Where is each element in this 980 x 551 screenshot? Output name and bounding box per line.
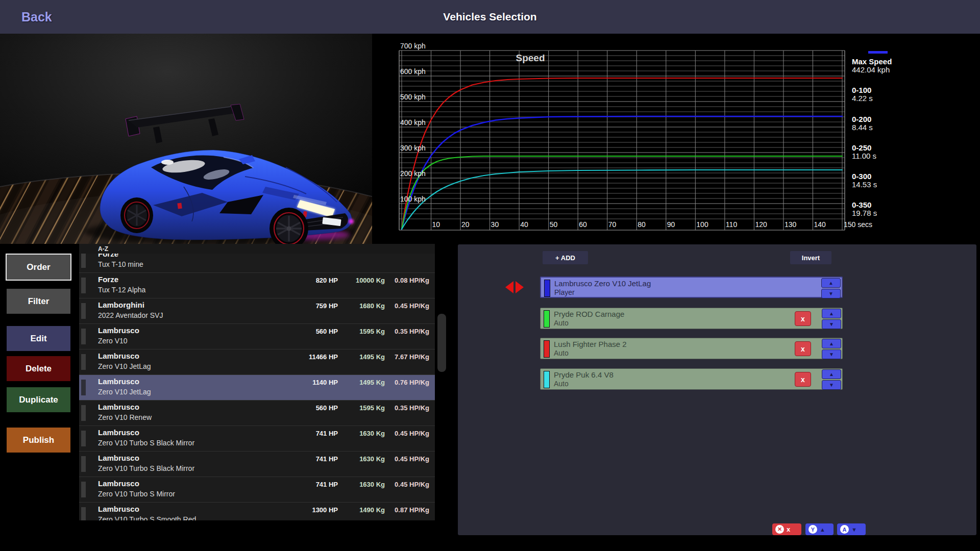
- vehicle-row[interactable]: LambruscoZero V10 JetLag11466 HP1495 Kg7…: [79, 349, 435, 374]
- vehicle-hp-per-kg: 0.45 HP/Kg: [395, 430, 429, 437]
- roster-entry[interactable]: Pryde Puk 6.4 V8Autox▲▼: [540, 368, 843, 390]
- roster-entry-driver: Auto: [554, 349, 569, 357]
- vehicle-row[interactable]: LambruscoZero V10 JetLag1140 HP1495 Kg0.…: [79, 374, 435, 400]
- action-button-edit[interactable]: Edit: [7, 326, 70, 351]
- indicator-left-arrow-icon: [505, 281, 513, 293]
- row-drag-handle: [81, 354, 86, 370]
- move-up-button[interactable]: ▲: [821, 278, 841, 288]
- svg-text:40: 40: [520, 220, 528, 229]
- vehicle-maker: Lambrusco: [98, 326, 139, 335]
- roster-entry[interactable]: Lambrusco Zero V10 JetLagPlayer▲▼: [540, 277, 843, 298]
- vehicle-hp: 560 HP: [316, 404, 338, 412]
- vehicle-model: Zero V10: [98, 337, 128, 345]
- reorder-arrows: ▲▼: [822, 309, 841, 329]
- vehicle-weight: 1490 Kg: [359, 506, 385, 514]
- vehicle-hp: 560 HP: [316, 328, 338, 335]
- vehicle-row[interactable]: ForzeTux T-10 mine: [79, 254, 435, 272]
- vehicle-maker: Lambrusco: [98, 403, 139, 411]
- race-roster-panel: + ADD Invert Lambrusco Zero V10 JetLagPl…: [458, 244, 976, 535]
- vehicle-hp: 759 HP: [316, 302, 338, 310]
- vehicle-model: Zero V10 Turbo S Mirror: [98, 490, 175, 498]
- svg-text:20: 20: [461, 220, 470, 229]
- vehicle-hp-per-kg: 0.35 HP/Kg: [395, 404, 429, 412]
- stat-label: 0-300: [852, 172, 871, 181]
- svg-text:90: 90: [667, 220, 675, 229]
- action-button-publish[interactable]: Publish: [7, 428, 70, 453]
- action-button-filter[interactable]: Filter: [7, 289, 70, 314]
- vehicle-hp: 741 HP: [316, 430, 338, 437]
- vehicle-row[interactable]: LambruscoZero V10 Turbo S Mirror741 HP16…: [79, 477, 435, 502]
- move-down-button[interactable]: ▼: [822, 380, 841, 390]
- remove-entry-button[interactable]: x: [795, 341, 811, 356]
- gamepad-a-button-icon: A: [840, 525, 849, 534]
- action-button-order[interactable]: Order: [6, 254, 71, 281]
- row-drag-handle: [81, 254, 86, 268]
- indicator-right-arrow-icon: [516, 281, 524, 293]
- vehicle-hp-per-kg: 7.67 HP/Kg: [395, 353, 429, 361]
- vehicle-weight: 1680 Kg: [359, 302, 385, 310]
- action-button-duplicate[interactable]: Duplicate: [7, 387, 70, 412]
- remove-entry-button[interactable]: x: [795, 311, 811, 326]
- vehicle-row[interactable]: LambruscoZero V10 Turbo S Black Mirror74…: [79, 451, 435, 477]
- vehicle-weight: 1595 Kg: [359, 328, 385, 335]
- svg-text:500 kph: 500 kph: [400, 93, 426, 101]
- add-vehicle-button[interactable]: + ADD: [543, 251, 588, 264]
- svg-text:50: 50: [550, 220, 558, 229]
- roster-entry-driver: Auto: [554, 319, 569, 327]
- row-drag-handle: [81, 303, 86, 319]
- down-arrow-icon: ▼: [851, 527, 857, 533]
- stat-value: 11.00 s: [852, 152, 876, 160]
- action-button-delete[interactable]: Delete: [7, 356, 70, 381]
- move-down-button[interactable]: ▼: [822, 349, 841, 359]
- svg-text:110: 110: [726, 220, 738, 229]
- roster-entry-title: Lush Fighter Phase 2: [554, 340, 627, 348]
- vehicle-maker: Lambrusco: [98, 428, 139, 437]
- vehicle-weight: 1495 Kg: [359, 353, 385, 361]
- vehicle-weight: 1595 Kg: [359, 404, 385, 412]
- stat-value: 8.44 s: [852, 123, 873, 132]
- row-drag-handle: [81, 380, 86, 395]
- vehicle-model: Tux T-10 mine: [98, 260, 143, 268]
- roster-entry-driver: Player: [554, 288, 575, 296]
- vehicle-row[interactable]: LambruscoZero V10560 HP1595 Kg0.35 HP/Kg: [79, 323, 435, 349]
- move-up-button[interactable]: ▲: [822, 339, 841, 348]
- move-down-button[interactable]: ▼: [822, 319, 841, 329]
- move-up-button[interactable]: ▲: [822, 309, 841, 318]
- vehicle-row[interactable]: LambruscoZero V10 Renew560 HP1595 Kg0.35…: [79, 400, 435, 425]
- back-button[interactable]: Back: [21, 0, 52, 34]
- hint-remove: ✕x: [772, 523, 801, 535]
- svg-text:30: 30: [491, 220, 499, 229]
- roster-entry[interactable]: Lush Fighter Phase 2Autox▲▼: [540, 338, 843, 359]
- selected-entry-indicator: [505, 281, 524, 293]
- vehicle-model: Zero V10 Turbo S Smooth Red: [98, 515, 196, 520]
- roster-entry[interactable]: Pryde ROD CarnageAutox▲▼: [540, 308, 843, 329]
- vehicle-row[interactable]: ForzeTux T-12 Alpha820 HP10000 Kg0.08 HP…: [79, 272, 435, 298]
- row-drag-handle: [81, 278, 86, 293]
- vehicle-maker: Lambrusco: [98, 454, 139, 462]
- row-drag-handle: [81, 507, 86, 520]
- gamepad-y-button-icon: Y: [808, 525, 817, 534]
- vehicle-hp: 11466 HP: [309, 353, 338, 361]
- vehicle-row[interactable]: LambruscoZero V10 Turbo S Black Mirror74…: [79, 425, 435, 451]
- vehicle-hp: 820 HP: [316, 277, 338, 284]
- curve-color-swatch: [544, 371, 550, 388]
- svg-text:130: 130: [785, 220, 797, 229]
- list-sort-header[interactable]: A-Z: [79, 244, 435, 254]
- vehicle-maker: Lambrusco: [98, 505, 139, 513]
- vehicle-model: Zero V10 JetLag: [98, 388, 151, 396]
- svg-text:200 kph: 200 kph: [400, 169, 426, 178]
- gamepad-x-button-icon: ✕: [775, 525, 784, 534]
- svg-text:300 kph: 300 kph: [400, 144, 426, 152]
- vehicle-weight: 1630 Kg: [359, 430, 385, 437]
- move-up-button[interactable]: ▲: [822, 369, 841, 379]
- svg-text:100: 100: [696, 220, 708, 229]
- vehicle-hp-per-kg: 0.08 HP/Kg: [395, 277, 429, 284]
- vehicle-row[interactable]: Lamborghini2022 Aventador SVJ759 HP1680 …: [79, 298, 435, 323]
- vehicle-row[interactable]: LambruscoZero V10 Turbo S Smooth Red1300…: [79, 502, 435, 520]
- vehicle-hp-per-kg: 0.45 HP/Kg: [395, 481, 429, 488]
- list-scrollbar-thumb[interactable]: [437, 314, 446, 372]
- move-down-button[interactable]: ▼: [821, 289, 841, 298]
- invert-order-button[interactable]: Invert: [790, 251, 831, 264]
- remove-entry-button[interactable]: x: [795, 372, 811, 387]
- vehicle-maker: Forze: [98, 254, 118, 258]
